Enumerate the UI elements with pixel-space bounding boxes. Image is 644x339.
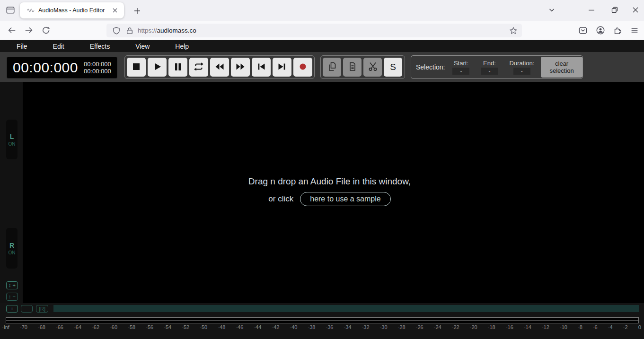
back-button[interactable] xyxy=(5,24,18,37)
selection-field-label: Duration: xyxy=(509,60,534,67)
copy-icon xyxy=(326,61,338,74)
db-label: -60 xyxy=(110,324,117,330)
db-label: -42 xyxy=(272,324,279,330)
transport-controls xyxy=(124,55,315,79)
skip-to-start-icon xyxy=(255,61,267,74)
left-channel-label: L xyxy=(10,133,14,140)
zoom-in-button[interactable]: + xyxy=(6,305,18,313)
db-label: -44 xyxy=(254,324,261,330)
rewind-button[interactable] xyxy=(210,58,229,77)
tab-title: AudioMass - Audio Editor xyxy=(38,7,110,14)
menu-item[interactable]: File xyxy=(17,43,27,50)
stop-button[interactable] xyxy=(127,58,146,77)
time-display: 00:00:000 00:00:000 00:00:000 xyxy=(7,57,117,78)
shield-icon[interactable] xyxy=(112,26,121,35)
dropzone-line1: Drag n drop an Audio File in this window… xyxy=(23,176,636,187)
fast-forward-button[interactable] xyxy=(231,58,250,77)
play-button[interactable] xyxy=(148,58,167,77)
db-label: -6 xyxy=(593,324,598,330)
waveform-favicon-icon xyxy=(27,8,35,13)
menu-item[interactable]: Effects xyxy=(90,43,110,50)
firefox-view-button[interactable] xyxy=(4,5,17,17)
db-label: -10 xyxy=(560,324,567,330)
vertical-zoom-in-button[interactable]: ↕ + xyxy=(6,281,18,289)
db-label: -70 xyxy=(20,324,27,330)
skip-to-start-button[interactable] xyxy=(252,58,271,77)
new-tab-button[interactable] xyxy=(131,5,143,17)
db-label: -22 xyxy=(452,324,459,330)
loop-button[interactable] xyxy=(189,58,208,77)
right-channel-toggle[interactable]: R ON xyxy=(6,228,18,269)
db-label: -20 xyxy=(470,324,477,330)
browser-window: AudioMass - Audio Editor xyxy=(0,0,644,339)
firefox-view-icon xyxy=(5,5,16,17)
db-label: -40 xyxy=(290,324,298,330)
zoom-reset-button[interactable]: [R] xyxy=(36,305,48,313)
db-label: -36 xyxy=(326,324,334,330)
db-label: -34 xyxy=(344,324,352,330)
play-icon xyxy=(151,61,163,74)
use-sample-button[interactable]: here to use a sample xyxy=(300,192,390,206)
selection-field-value: - xyxy=(452,68,469,75)
time-main: 00:00:000 xyxy=(13,60,78,76)
db-label: -18 xyxy=(488,324,495,330)
close-icon xyxy=(632,6,639,16)
hamburger-menu-icon[interactable] xyxy=(628,24,641,37)
db-label: -62 xyxy=(92,324,99,330)
time-alt-2: 00:00:000 xyxy=(84,68,111,75)
chevron-down-icon xyxy=(548,6,556,16)
menu-bar: FileEditEffectsViewHelp xyxy=(0,40,644,52)
url-text[interactable]: https://audiomass.co xyxy=(138,27,196,34)
clear-selection-button[interactable]: clear selection xyxy=(541,57,582,78)
record-button[interactable] xyxy=(293,58,312,77)
reload-button[interactable] xyxy=(39,24,53,37)
db-label: -56 xyxy=(146,324,153,330)
bookmark-star-icon[interactable] xyxy=(509,26,518,35)
lock-icon[interactable] xyxy=(125,26,134,35)
selection-field-value: - xyxy=(481,68,498,75)
waveform-scrollbar[interactable] xyxy=(53,305,639,312)
cut-button[interactable] xyxy=(363,58,382,77)
record-icon xyxy=(297,61,309,74)
menu-item[interactable]: Edit xyxy=(53,43,64,50)
selection-field: Start: - xyxy=(452,60,469,75)
db-label: -4 xyxy=(608,324,613,330)
minimize-icon xyxy=(588,6,595,16)
url-scheme: https:// xyxy=(138,27,157,34)
close-window-button[interactable] xyxy=(629,5,642,17)
db-label: -30 xyxy=(380,324,388,330)
clipboard-controls: S xyxy=(320,55,405,79)
skip-to-end-button[interactable] xyxy=(273,58,291,77)
left-channel-toggle[interactable]: L ON xyxy=(6,120,18,159)
copy-button[interactable] xyxy=(323,58,341,77)
selection-panel: Selection: Start: - End: - Duration: xyxy=(411,55,583,79)
pocket-icon[interactable] xyxy=(576,24,590,37)
url-bar[interactable]: https://audiomass.co xyxy=(106,24,522,37)
menu-item[interactable]: View xyxy=(135,43,150,50)
db-label: -38 xyxy=(308,324,316,330)
paste-button[interactable] xyxy=(343,58,362,77)
right-channel-state: ON xyxy=(9,250,16,255)
minimize-button[interactable] xyxy=(585,5,598,17)
tab-strip: AudioMass - Audio Editor xyxy=(0,0,644,21)
pause-button[interactable] xyxy=(168,58,187,77)
db-label: -50 xyxy=(200,324,207,330)
waveform-area[interactable]: L ON R ON ↕ + ↕ − + − [R] -Inf-70-68-66-… xyxy=(0,82,644,339)
tab-close-button[interactable] xyxy=(110,6,120,15)
selection-field-label: End: xyxy=(483,60,496,67)
paste-icon xyxy=(346,61,359,74)
account-icon[interactable] xyxy=(594,24,607,37)
db-label: -52 xyxy=(182,324,189,330)
forward-button[interactable] xyxy=(22,24,35,37)
navigation-bar: https://audiomass.co xyxy=(0,21,644,40)
vertical-zoom-out-button[interactable]: ↕ − xyxy=(6,293,18,301)
menu-item[interactable]: Help xyxy=(175,43,189,50)
db-label: -2 xyxy=(623,324,628,330)
list-all-tabs-button[interactable] xyxy=(546,5,558,17)
restore-window-button[interactable] xyxy=(609,5,621,17)
extensions-puzzle-icon[interactable] xyxy=(611,24,624,37)
db-label: -14 xyxy=(524,324,531,330)
browser-tab[interactable]: AudioMass - Audio Editor xyxy=(20,2,124,18)
zoom-out-button[interactable]: − xyxy=(21,305,33,313)
solo-button[interactable]: S xyxy=(384,58,402,77)
